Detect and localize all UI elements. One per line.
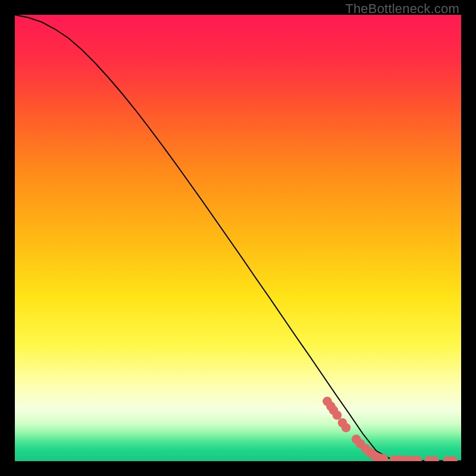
chart-frame [15, 15, 461, 461]
highlight-dot [333, 411, 342, 420]
highlight-dot [342, 423, 351, 433]
bottleneck-chart [15, 15, 461, 461]
gradient-background [15, 15, 461, 461]
attribution-text: TheBottleneck.com [345, 1, 459, 17]
